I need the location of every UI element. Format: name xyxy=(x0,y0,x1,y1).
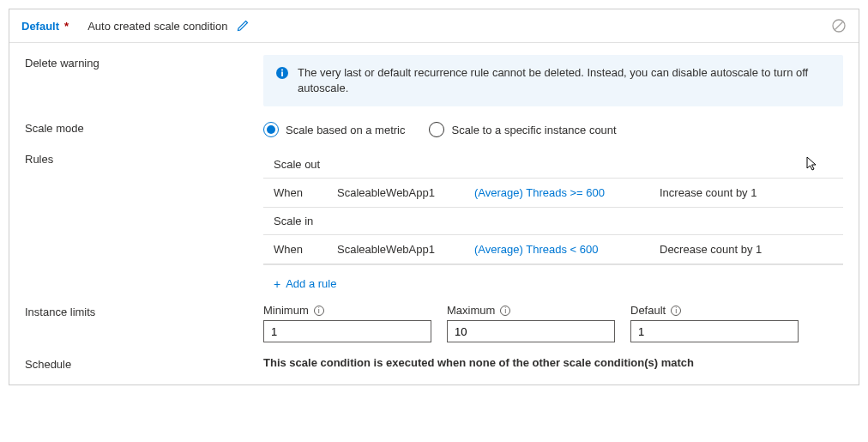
help-icon[interactable]: i xyxy=(314,306,324,316)
add-rule-label: Add a rule xyxy=(286,277,336,290)
scale-mode-radio-group: Scale based on a metric Scale to a speci… xyxy=(263,120,843,137)
delete-warning-row: Delete warning The very last or default … xyxy=(25,55,843,106)
schedule-row: Schedule This scale condition is execute… xyxy=(25,356,843,371)
default-label: Default xyxy=(630,304,666,317)
rule-condition: (Average) Threads < 600 xyxy=(474,243,660,256)
rule-condition: (Average) Threads >= 600 xyxy=(474,186,660,199)
scale-out-header: Scale out xyxy=(263,151,843,178)
plus-icon: + xyxy=(274,278,280,290)
scale-out-rule[interactable]: When ScaleableWebApp1 (Average) Threads … xyxy=(263,178,843,208)
svg-rect-3 xyxy=(281,72,283,77)
panel-header: Default* Auto created scale condition xyxy=(9,9,859,43)
rules-row: Rules Scale out When ScaleableWebApp1 (A… xyxy=(25,151,843,294)
disable-icon[interactable] xyxy=(831,18,847,33)
scale-in-rule[interactable]: When ScaleableWebApp1 (Average) Threads … xyxy=(263,234,843,264)
radio-icon xyxy=(429,122,444,137)
minimum-input[interactable] xyxy=(263,320,431,342)
title-subtitle: Auto created scale condition xyxy=(87,20,227,33)
scale-mode-label: Scale mode xyxy=(25,120,263,137)
add-rule-button[interactable]: + Add a rule xyxy=(263,264,843,294)
radio-label: Scale to a specific instance count xyxy=(451,124,616,136)
edit-icon[interactable] xyxy=(236,19,250,33)
scale-in-header: Scale in xyxy=(263,208,843,234)
schedule-label: Schedule xyxy=(25,356,263,371)
rule-target: ScaleableWebApp1 xyxy=(337,243,474,256)
radio-scale-specific[interactable]: Scale to a specific instance count xyxy=(429,122,616,137)
rule-when: When xyxy=(274,243,337,256)
rule-action: Decrease count by 1 xyxy=(660,243,762,256)
delete-warning-label: Delete warning xyxy=(25,55,263,106)
title-required-asterisk: * xyxy=(64,20,69,33)
rules-area: Scale out When ScaleableWebApp1 (Average… xyxy=(263,151,843,294)
rule-target: ScaleableWebApp1 xyxy=(337,186,474,199)
delete-warning-text: The very last or default recurrence rule… xyxy=(298,65,831,96)
instance-limits-row: Instance limits Minimum i Maximum i xyxy=(25,304,843,342)
svg-point-4 xyxy=(281,70,283,71)
minimum-label: Minimum xyxy=(263,304,309,317)
help-icon[interactable]: i xyxy=(671,306,681,316)
title-default: Default xyxy=(21,20,59,33)
radio-icon xyxy=(263,122,279,137)
maximum-input[interactable] xyxy=(447,320,615,342)
delete-warning-info: The very last or default recurrence rule… xyxy=(263,55,843,106)
minimum-field: Minimum i xyxy=(263,304,431,342)
radio-label: Scale based on a metric xyxy=(286,124,405,136)
schedule-text: This scale condition is executed when no… xyxy=(263,356,843,369)
svg-line-1 xyxy=(835,22,843,30)
maximum-label: Maximum xyxy=(447,304,495,317)
rule-when: When xyxy=(274,186,337,199)
help-icon[interactable]: i xyxy=(500,306,510,316)
info-icon xyxy=(275,66,289,82)
rule-action: Increase count by 1 xyxy=(660,186,756,199)
scale-condition-panel: Default* Auto created scale condition De… xyxy=(9,9,859,385)
default-field: Default i xyxy=(630,304,799,342)
scale-mode-row: Scale mode Scale based on a metric Scale… xyxy=(25,120,843,137)
rules-label: Rules xyxy=(25,151,263,294)
maximum-field: Maximum i xyxy=(447,304,615,342)
default-input[interactable] xyxy=(630,320,799,342)
instance-limits-label: Instance limits xyxy=(25,304,263,342)
radio-scale-metric[interactable]: Scale based on a metric xyxy=(263,122,405,137)
